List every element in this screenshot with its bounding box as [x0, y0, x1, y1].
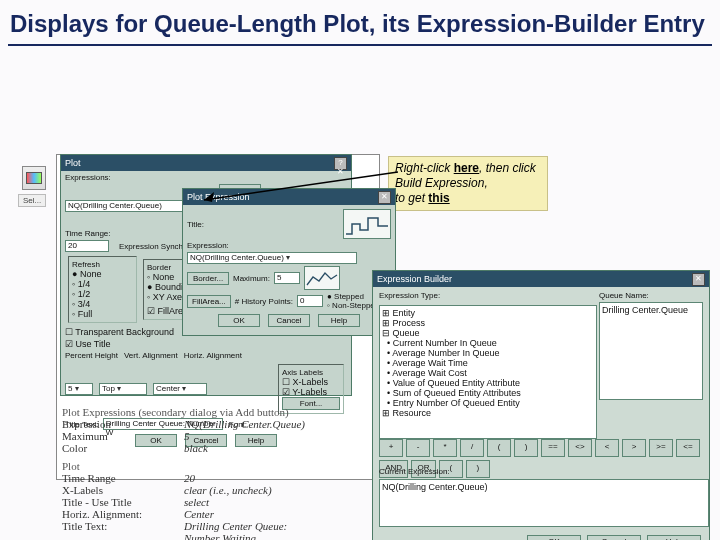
- plot-expression-dialog: Plot Expression ✕ Title: Expression: NQ(…: [182, 188, 396, 336]
- pe-max-label: Maximum:: [233, 274, 270, 283]
- caption-key: [62, 532, 184, 540]
- current-expr-textarea[interactable]: NQ(Drilling Center.Queue): [379, 479, 709, 527]
- cancel-button[interactable]: Cancel: [268, 314, 310, 327]
- operator-button[interactable]: <: [595, 439, 619, 457]
- queue-name-list[interactable]: Drilling Center.Queue: [599, 302, 703, 400]
- cancel-button[interactable]: Cancel: [587, 535, 641, 540]
- operator-button[interactable]: ): [466, 460, 490, 478]
- caption-heading-2: Plot: [62, 460, 372, 472]
- vert-align-dropdown[interactable]: Top: [99, 383, 147, 395]
- operator-button[interactable]: *: [433, 439, 457, 457]
- expression-builder-dialog: Expression Builder ✕ Expression Type: ⊞ …: [372, 270, 710, 540]
- tree-node[interactable]: ⊞ Process: [382, 318, 594, 328]
- operator-button[interactable]: -: [406, 439, 430, 457]
- tree-node[interactable]: • Entry Number Of Queued Entity: [382, 398, 594, 408]
- tree-node[interactable]: • Average Number In Queue: [382, 348, 594, 358]
- pe-expr-input[interactable]: NQ(Drilling Center.Queue): [187, 252, 357, 264]
- operator-button[interactable]: ==: [541, 439, 565, 457]
- ok-button[interactable]: OK: [527, 535, 581, 540]
- caption-value: 20: [184, 472, 195, 484]
- vert-align-label: Vert. Alignment: [124, 351, 178, 360]
- tree-node[interactable]: ⊞ Entity: [382, 308, 594, 318]
- close-icon[interactable]: ✕: [692, 273, 705, 286]
- close-icon[interactable]: ✕: [378, 191, 391, 204]
- caption-value: Number Waiting: [184, 532, 256, 540]
- timerange-input[interactable]: 20: [65, 240, 109, 252]
- pe-history-label: # History Points:: [235, 297, 293, 306]
- operator-button[interactable]: <=: [676, 439, 700, 457]
- selector-label: Sel...: [18, 194, 46, 207]
- help-button[interactable]: Help: [647, 535, 701, 540]
- operator-button[interactable]: +: [379, 439, 403, 457]
- caption-value: Center: [184, 508, 214, 520]
- caption-key: Time Range: [62, 472, 184, 484]
- tree-node[interactable]: • Average Wait Time: [382, 358, 594, 368]
- fillarea-button[interactable]: FillArea...: [187, 295, 231, 308]
- use-title-checkbox[interactable]: Use Title: [65, 339, 111, 349]
- caption-key: Horiz. Alignment:: [62, 508, 184, 520]
- refresh-none-radio[interactable]: None: [72, 269, 133, 279]
- operator-button[interactable]: /: [460, 439, 484, 457]
- expression-builder-titlebar: Expression Builder ✕: [373, 271, 709, 287]
- caption-key: X-Labels: [62, 484, 184, 496]
- tree-node[interactable]: ⊟ Queue: [382, 328, 594, 338]
- caption-value: select: [184, 496, 209, 508]
- caption-value: Drilling Center Queue:: [184, 520, 287, 532]
- ok-button[interactable]: OK: [218, 314, 260, 327]
- timerange-label: Time Range:: [65, 229, 111, 238]
- close-icon[interactable]: ?✕: [334, 157, 347, 170]
- expression-type-tree[interactable]: ⊞ Entity⊞ Process⊟ Queue • Current Numbe…: [379, 305, 597, 439]
- refresh-group-label: Refresh: [72, 260, 133, 269]
- border-button[interactable]: Border...: [187, 272, 229, 285]
- help-button[interactable]: Help: [318, 314, 360, 327]
- operator-button[interactable]: ): [514, 439, 538, 457]
- refresh-full-radio[interactable]: Full: [72, 309, 133, 319]
- operator-button[interactable]: (: [487, 439, 511, 457]
- plot-shortcut-icon[interactable]: [22, 166, 46, 190]
- tree-node[interactable]: ⊞ Resource: [382, 408, 594, 418]
- caption-key: Expression: [62, 418, 184, 430]
- x-labels-checkbox[interactable]: X-Labels: [282, 377, 340, 387]
- callout-note: Right-click here, then click Build Expre…: [388, 156, 548, 211]
- caption-heading-1: Plot Expressions (secondary dialog via A…: [62, 406, 372, 418]
- operator-button[interactable]: <>: [568, 439, 592, 457]
- refresh-12-radio[interactable]: 1/2: [72, 289, 133, 299]
- y-labels-checkbox[interactable]: Y-Labels: [282, 387, 340, 397]
- caption-key: Maximum: [62, 430, 184, 442]
- pe-max-input[interactable]: 5: [274, 272, 300, 284]
- plot-dialog-titlebar: Plot ?✕: [61, 155, 351, 171]
- pe-history-input[interactable]: 0: [297, 295, 323, 307]
- refresh-14-radio[interactable]: 1/4: [72, 279, 133, 289]
- pe-expr-label: Expression:: [187, 241, 229, 250]
- horiz-align-dropdown[interactable]: Center: [153, 383, 207, 395]
- window-title: Plot: [65, 158, 81, 168]
- caption-value: black: [184, 442, 208, 454]
- operator-button[interactable]: >: [622, 439, 646, 457]
- tree-node[interactable]: • Current Number In Queue: [382, 338, 594, 348]
- title-rule: [8, 44, 712, 46]
- percent-height-dropdown[interactable]: 5: [65, 383, 93, 395]
- current-expr-label: Current Expression:: [379, 467, 450, 476]
- caption-value: NQ(Drilling Center.Queue): [184, 418, 305, 430]
- window-title: Plot Expression: [187, 192, 250, 202]
- transparent-bg-checkbox[interactable]: Transparent Background: [65, 327, 174, 337]
- axis-labels-group: Axis Labels: [282, 368, 340, 377]
- caption-key: Title Text:: [62, 520, 184, 532]
- page-title: Displays for Queue-Length Plot, its Expr…: [0, 0, 720, 44]
- percent-height-label: Percent Height: [65, 351, 118, 360]
- plot-expression-titlebar: Plot Expression ✕: [183, 189, 395, 205]
- captions-block: Plot Expressions (secondary dialog via A…: [62, 400, 372, 540]
- horiz-align-label: Horiz. Alignment: [184, 351, 242, 360]
- caption-key: Color: [62, 442, 184, 454]
- smooth-chart-preview-icon: [304, 266, 340, 290]
- tree-node[interactable]: • Average Wait Cost: [382, 368, 594, 378]
- queue-name-label: Queue Name:: [599, 291, 703, 300]
- tree-node[interactable]: • Value of Queued Entity Attribute: [382, 378, 594, 388]
- refresh-34-radio[interactable]: 3/4: [72, 299, 133, 309]
- expressions-label: Expressions:: [65, 173, 111, 182]
- tree-node[interactable]: • Sum of Queued Entity Attributes: [382, 388, 594, 398]
- step-chart-preview-icon: [343, 209, 391, 239]
- caption-value: clear (i.e., uncheck): [184, 484, 272, 496]
- pe-title-label: Title:: [187, 220, 204, 229]
- operator-button[interactable]: >=: [649, 439, 673, 457]
